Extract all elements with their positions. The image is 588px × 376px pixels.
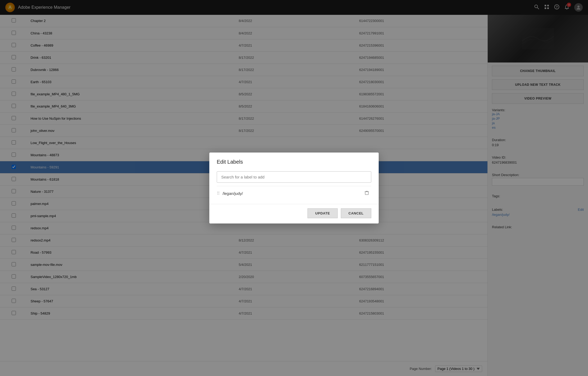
drag-handle-icon: ⠿ xyxy=(217,191,220,196)
svg-rect-12 xyxy=(365,192,368,195)
modal-footer: UPDATE CANCEL xyxy=(209,204,379,223)
delete-label-button[interactable] xyxy=(362,189,371,198)
modal-overlay: Edit Labels ⠿ /legan/judy/ UPDATE xyxy=(0,0,588,376)
label-item-row: ⠿ /legan/judy/ xyxy=(217,186,371,201)
label-search-input[interactable] xyxy=(217,171,371,183)
edit-labels-modal: Edit Labels ⠿ /legan/judy/ UPDATE xyxy=(209,153,379,223)
modal-body: ⠿ /legan/judy/ xyxy=(209,169,379,204)
label-item-text: /legan/judy/ xyxy=(223,191,362,196)
modal-title: Edit Labels xyxy=(209,153,379,169)
update-button[interactable]: UPDATE xyxy=(307,208,337,218)
cancel-button[interactable]: CANCEL xyxy=(341,208,371,218)
